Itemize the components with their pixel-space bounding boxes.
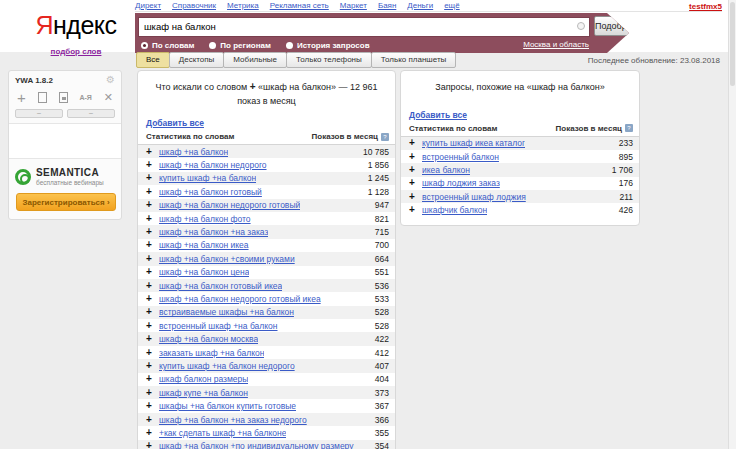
wordstat-link[interactable]: подбор слов [51, 47, 102, 56]
add-keyword-button[interactable]: + [146, 227, 159, 237]
keyword-link[interactable]: шкаф +на балкон цена [159, 267, 249, 277]
keyword-link[interactable]: купить шкаф икеа каталог [422, 138, 525, 148]
keyword-link[interactable]: шкаф +на балкон икеа [159, 240, 249, 250]
search-input[interactable] [138, 17, 590, 37]
add-icon[interactable]: + [17, 93, 26, 103]
top-nav-link[interactable]: Деньги [407, 1, 433, 10]
keyword-link[interactable]: шкаф +на балкон недорого готовый [159, 200, 300, 210]
keyword-link[interactable]: шкафчик балкон [422, 205, 487, 215]
keyword-link[interactable]: шкаф +на балкон [159, 147, 228, 157]
keyword-link[interactable]: шкаф лоджия заказ [422, 178, 500, 188]
add-keyword-button[interactable]: + [409, 205, 422, 215]
scrollbar-thumb[interactable] [730, 2, 735, 86]
table-row: + заказать шкаф +на балкон 412 [138, 346, 395, 359]
mode-by-words[interactable]: По словам [141, 41, 194, 50]
copy-image-icon[interactable] [59, 92, 68, 103]
collapse-button[interactable]: – [67, 109, 115, 118]
top-nav-link[interactable]: Справочник [172, 1, 216, 10]
top-nav-link[interactable]: Директ [135, 1, 161, 10]
mode-query-history[interactable]: История запросов [286, 41, 370, 50]
keyword-link[interactable]: шкаф +на балкон +на заказ [159, 227, 268, 237]
tab-tablets-only[interactable]: Только планшеты [371, 52, 457, 68]
yandex-logo[interactable]: Яндекс [35, 11, 116, 39]
help-icon[interactable]: ? [625, 124, 633, 132]
add-keyword-button[interactable]: + [146, 187, 159, 197]
top-nav-link[interactable]: Рекламная сеть [270, 1, 329, 10]
sort-az-icon[interactable]: А-Я [79, 94, 91, 101]
clear-list-icon[interactable]: ✕ [104, 92, 113, 103]
keyword-link[interactable]: встраиваемые шкафы +на балкон [159, 307, 294, 317]
keyword-link[interactable]: встроенный балкон [422, 152, 499, 162]
keyword-link[interactable]: встроенный шкаф +на балкон [159, 321, 278, 331]
register-button[interactable]: Зарегистрироваться › [16, 193, 116, 211]
keyword-link[interactable]: шкаф +на балкон +своими руками [159, 254, 295, 264]
add-keyword-button[interactable]: + [146, 173, 159, 183]
tab-mobile[interactable]: Мобильные [223, 52, 287, 68]
top-nav-link[interactable]: Метрика [227, 1, 259, 10]
keyword-link[interactable]: встроенный шкаф лоджия [422, 192, 526, 202]
radio-icon[interactable] [286, 42, 293, 49]
add-keyword-button[interactable]: + [146, 307, 159, 317]
add-keyword-button[interactable]: + [409, 138, 422, 148]
page-scrollbar[interactable] [728, 0, 736, 449]
keyword-link[interactable]: шкаф +на балкон готовый [159, 187, 262, 197]
copy-icon[interactable] [38, 92, 47, 103]
keyword-link[interactable]: заказать шкаф +на балкон [159, 348, 264, 358]
add-keyword-button[interactable]: + [146, 401, 159, 411]
username-link[interactable]: testfmx5 [689, 2, 722, 11]
add-keyword-button[interactable]: + [146, 240, 159, 250]
add-keyword-button[interactable]: + [146, 415, 159, 425]
keyword-link[interactable]: шкаф +на балкон недорого готовый икеа [159, 294, 321, 304]
mode-by-regions[interactable]: По регионам [209, 41, 271, 50]
add-keyword-button[interactable]: + [146, 294, 159, 304]
top-nav-link[interactable]: ещё [444, 1, 459, 10]
add-keyword-button[interactable]: + [146, 147, 159, 157]
top-nav-link[interactable]: Баян [378, 1, 396, 10]
keyword-link[interactable]: купить шкаф +на балкон недорого [159, 361, 295, 371]
keyword-link[interactable]: икеа балкон [422, 165, 470, 175]
keyword-link[interactable]: шкаф +на балкон недорого [159, 160, 267, 170]
add-all-link[interactable]: Добавить все [409, 110, 467, 120]
add-keyword-button[interactable]: + [146, 214, 159, 224]
radio-selected-icon[interactable] [141, 42, 148, 49]
keyword-link[interactable]: шкаф +на балкон готовый икеа [159, 281, 282, 291]
add-keyword-button[interactable]: + [409, 165, 422, 175]
add-keyword-button[interactable]: + [146, 267, 159, 277]
keyword-link[interactable]: купить шкаф +на балкон [159, 173, 256, 183]
add-keyword-button[interactable]: + [409, 192, 422, 202]
add-keyword-button[interactable]: + [146, 254, 159, 264]
add-keyword-button[interactable]: + [146, 334, 159, 344]
keyword-link[interactable]: шкаф +на балкон фото [159, 214, 251, 224]
add-keyword-button[interactable]: + [146, 388, 159, 398]
top-nav-link[interactable]: Маркет [340, 1, 367, 10]
collapse-button[interactable]: – [15, 109, 63, 118]
semantica-texts: SEMANTICA бесплатные вебинары [36, 167, 104, 186]
add-keyword-button[interactable]: + [146, 428, 159, 438]
add-keyword-button[interactable]: + [146, 374, 159, 384]
keyword-link[interactable]: шкаф +на балкон москва [159, 334, 258, 344]
add-keyword-button[interactable]: + [146, 160, 159, 170]
add-keyword-button[interactable]: + [409, 178, 422, 188]
keyword-link[interactable]: +как сделать шкаф +на балконе [159, 428, 286, 438]
add-keyword-button[interactable]: + [146, 321, 159, 331]
add-all-link[interactable]: Добавить все [146, 118, 204, 128]
keyword-link[interactable]: шкаф балкон размеры [159, 374, 248, 384]
add-keyword-button[interactable]: + [409, 152, 422, 162]
keyword-link[interactable]: шкаф +на балкон +на заказ недорого [159, 415, 307, 425]
clear-input-icon[interactable] [577, 22, 585, 30]
tab-all[interactable]: Все [136, 52, 170, 68]
tab-phones-only[interactable]: Только телефоны [286, 52, 372, 68]
gear-icon[interactable]: ⚙ [106, 75, 115, 85]
keyword-link[interactable]: шкаф +на балкон +по индивидуальному разм… [159, 441, 354, 449]
add-keyword-button[interactable]: + [146, 441, 159, 449]
tab-desktops[interactable]: Десктопы [169, 52, 225, 68]
keyword-link[interactable]: шкафы +на балкон купить готовые [159, 401, 296, 411]
keyword-link[interactable]: шкаф купе +на балкон [159, 388, 248, 398]
add-keyword-button[interactable]: + [146, 361, 159, 371]
add-keyword-button[interactable]: + [146, 200, 159, 210]
region-link[interactable]: Москва и область [523, 40, 589, 49]
add-keyword-button[interactable]: + [146, 348, 159, 358]
radio-icon[interactable] [209, 42, 216, 49]
help-icon[interactable]: ? [381, 133, 389, 141]
add-keyword-button[interactable]: + [146, 281, 159, 291]
